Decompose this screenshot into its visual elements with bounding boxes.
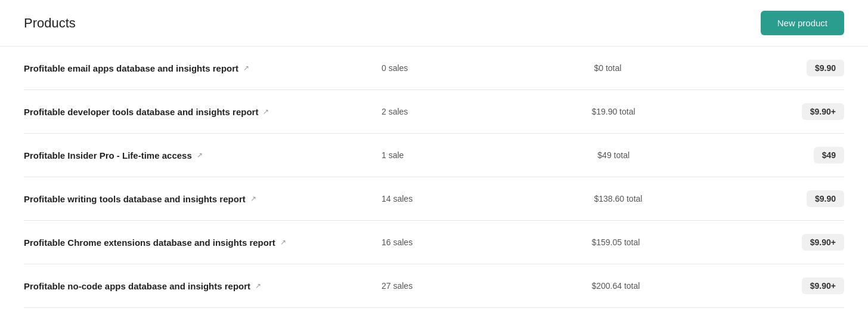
sales-cell: 1 sale: [382, 150, 585, 160]
sales-cell: 0 sales: [382, 63, 582, 73]
total-cell: $138.60 total: [594, 194, 794, 203]
product-name-cell: Profitable email apps database and insig…: [24, 63, 370, 73]
page-header: Products New product: [0, 0, 868, 47]
product-name: Profitable Insider Pro - Life-time acces…: [24, 150, 192, 161]
product-name: Profitable writing tools database and in…: [24, 194, 246, 204]
total-cell: $19.90 total: [591, 107, 789, 116]
external-link-icon: ↗: [197, 151, 203, 159]
price-badge: $9.90: [807, 190, 844, 207]
product-row: Profitable email apps database and insig…: [24, 47, 844, 90]
product-name: Profitable developer tools database and …: [24, 107, 258, 117]
product-name-cell: Profitable no-code apps database and ins…: [24, 281, 370, 291]
product-row: Profitable Insider Pro - Life-time acces…: [24, 134, 844, 177]
total-cell: $49 total: [597, 150, 801, 160]
sales-cell: 27 sales: [382, 281, 579, 291]
sales-cell: 14 sales: [382, 194, 582, 203]
price-badge: $9.90+: [802, 103, 844, 120]
products-list: Profitable email apps database and insig…: [0, 47, 868, 308]
external-link-icon: ↗: [280, 238, 286, 246]
price-badge: $9.90: [807, 60, 844, 76]
external-link-icon: ↗: [263, 107, 269, 116]
total-cell: $0 total: [594, 63, 794, 73]
price-badge: $9.90+: [802, 277, 844, 294]
total-cell: $200.64 total: [591, 281, 789, 291]
product-name-cell: Profitable Chrome extensions database an…: [24, 237, 370, 248]
sales-cell: 16 sales: [382, 237, 579, 247]
product-row: Profitable writing tools database and in…: [24, 177, 844, 221]
total-cell: $159.05 total: [591, 237, 789, 247]
product-name: Profitable Chrome extensions database an…: [24, 237, 275, 248]
product-row: Profitable no-code apps database and ins…: [24, 264, 844, 308]
sales-cell: 2 sales: [382, 107, 579, 116]
product-name-cell: Profitable writing tools database and in…: [24, 194, 370, 204]
product-name-cell: Profitable Insider Pro - Life-time acces…: [24, 150, 370, 161]
external-link-icon: ↗: [255, 282, 261, 290]
price-badge: $9.90+: [802, 234, 844, 251]
product-name-cell: Profitable developer tools database and …: [24, 107, 370, 117]
new-product-button[interactable]: New product: [761, 11, 844, 35]
product-row: Profitable developer tools database and …: [24, 90, 844, 134]
external-link-icon: ↗: [243, 64, 249, 72]
page-title: Products: [24, 16, 76, 31]
external-link-icon: ↗: [250, 195, 256, 203]
product-name: Profitable email apps database and insig…: [24, 63, 238, 73]
page-container: Products New product Profitable email ap…: [0, 0, 868, 327]
product-row: Profitable Chrome extensions database an…: [24, 221, 844, 264]
price-badge: $49: [814, 147, 844, 164]
product-name: Profitable no-code apps database and ins…: [24, 281, 250, 291]
